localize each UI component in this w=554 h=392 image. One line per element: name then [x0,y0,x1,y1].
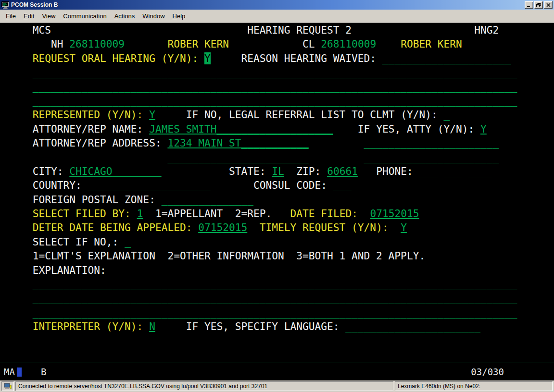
field-date-filed[interactable]: 07152015 [370,208,419,220]
field-phone-prefix[interactable]: ___ [444,165,462,177]
label-select-if-no-options: 1=CLMT'S EXPLANATION 2=OTHER INFORMATION… [33,250,425,262]
field-phone-area[interactable]: ___ [419,165,438,177]
field-atty[interactable]: Y [480,123,487,135]
nh-name: ROBER KERN [167,38,229,50]
field-zip[interactable]: 60661 [327,165,358,177]
window-title: PCOM Session B [11,1,525,8]
system-id: MCS [33,24,51,36]
terminal-row: 1=CLMT'S EXPLANATION 2=OTHER INFORMATION… [26,249,554,263]
label-interpreter: INTERPRETER (Y/N): [33,320,143,332]
field-phone-line[interactable]: ____ [468,165,493,177]
terminal-row: FOREIGN POSTAL ZONE: _______________ [26,193,554,207]
title-bar: PCOM Session B [0,0,554,10]
label-filed-by-option-2: 2=REP. [235,208,272,220]
field-select-if-no[interactable]: _ [125,236,131,248]
field-attorney-name[interactable]: JAMES SMITH___________________ [149,123,333,135]
menu-actions[interactable]: Actions [111,11,139,22]
oia-session-id: B [41,367,46,377]
field-reason-waived-line4[interactable]: ________________________________________… [33,95,517,107]
connection-status-cell [1,381,14,391]
terminal-row: SELECT IF NO,: _ [26,235,554,249]
field-oral-hearing[interactable]: Y [204,52,211,64]
terminal-row: MCS HEARING REQUEST 2 HNG2 [26,23,554,37]
pcom-window: PCOM Session B FileEditViewCommunication… [0,0,554,392]
field-explanation-line2[interactable]: ________________________________________… [33,278,517,290]
field-explanation[interactable]: ________________________________________… [113,264,517,276]
field-interpreter[interactable]: N [149,320,155,332]
label-zip: ZIP: [296,165,321,177]
terminal-row: ________________________________________… [26,94,554,108]
label-filed-by: SELECT FILED BY: [33,208,131,220]
terminal-row: NH 268110009 ROBER KERN CL 268110009 ROB… [26,37,554,51]
screen-title: HEARING REQUEST 2 [247,24,352,36]
terminal-emulator: MCS HEARING REQUEST 2 HNG2 NH 268110009 … [0,23,554,380]
field-reason-waived-line2[interactable]: ________________________________________… [33,66,517,78]
field-explanation-line4[interactable]: ________________________________________… [33,306,517,318]
menu-edit[interactable]: Edit [20,11,38,22]
operator-information-area: MA B 03/030 [0,363,554,380]
label-atty: IF YES, ATTY (Y/N): [358,123,474,135]
field-consul-code[interactable]: ___ [333,179,352,191]
terminal-row: ________________________________________… [26,277,554,291]
restore-button[interactable] [534,1,543,9]
field-foreign-postal-zone[interactable]: _______________ [162,194,253,206]
field-attorney-address-4[interactable]: ______________________ [364,151,499,163]
field-reason-waived-line3[interactable]: ________________________________________… [33,81,517,93]
terminal-row: ________________________________________… [26,306,554,319]
nh-ssn[interactable]: 268110009 [69,38,125,50]
label-language: IF YES, SPECIFY LANGUAGE: [186,320,340,332]
label-request-oral-hearing: REQUEST ORAL HEARING (Y/N): [33,52,198,64]
menu-view[interactable]: View [38,11,59,22]
minimize-button[interactable] [525,1,533,9]
field-city[interactable]: CHICAGO________ [69,165,161,177]
oia-lock-indicator [17,368,22,377]
menu-communication[interactable]: Communication [59,11,110,22]
oia-cursor-position: 03/030 [471,367,504,377]
terminal-row [26,348,554,362]
field-timely-request[interactable]: Y [401,221,407,233]
label-date-filed: DATE FILED: [290,208,358,220]
label-represented: REPRESENTED (Y/N): [33,109,143,121]
terminal-row: _______________________ ________________… [26,150,554,164]
close-button[interactable] [544,1,553,9]
field-attorney-address-1[interactable]: 1234 MAIN ST___________ [167,137,308,149]
label-attorney-name: ATTORNEY/REP NAME: [33,123,143,135]
label-deter-date: DETER DATE BEING APPEALED: [33,221,192,233]
label-phone: PHONE: [376,165,413,177]
label-city: CITY: [33,165,63,177]
label-attorney-address: ATTORNEY/REP ADDRESS: [33,137,162,149]
printer-status-text: Lexmark E460dn (MS) on Ne02: [395,381,553,391]
field-explanation-line3[interactable]: ________________________________________… [33,292,517,304]
terminal-row: INTERPRETER (Y/N): N IF YES, SPECIFY LAN… [26,319,554,333]
terminal-row: REQUEST ORAL HEARING (Y/N): Y REASON HEA… [26,51,554,65]
field-represented[interactable]: Y [149,109,155,121]
terminal-row: ATTORNEY/REP NAME: JAMES SMITH__________… [26,122,554,136]
screen-code: HNG2 [474,24,499,36]
terminal-row: COUNTRY: ____________________ CONSUL COD… [26,178,554,192]
oia-system-available: MA [4,367,15,377]
label-timely-request: TIMELY REQUEST (Y/N): [260,221,389,233]
menu-help[interactable]: Help [169,11,189,22]
label-foreign-postal-zone: FOREIGN POSTAL ZONE: [33,194,155,206]
field-legal-referral[interactable]: _ [443,109,450,121]
field-deter-date[interactable]: 07152015 [198,221,247,233]
field-reason-waived[interactable]: _____________________ [382,52,511,64]
field-attorney-address-3[interactable]: _______________________ [167,151,308,163]
terminal-row: REPRESENTED (Y/N): Y IF NO, LEGAL REFERR… [26,108,554,122]
field-state[interactable]: IL [272,165,284,177]
field-attorney-address-2[interactable]: ______________________ [364,137,499,149]
menu-file[interactable]: File [2,11,20,22]
cl-ssn: 268110009 [321,38,376,50]
menubar: FileEditViewCommunicationActionsWindowHe… [0,10,554,23]
terminal-row: ________________________________________… [26,80,554,94]
terminal-screen[interactable]: MCS HEARING REQUEST 2 HNG2 NH 268110009 … [0,23,554,362]
connection-status-text: Connected to remote server/host TN3270E.… [15,381,393,391]
label-cl: CL [302,38,315,50]
field-filed-by[interactable]: 1 [137,208,143,220]
field-language[interactable]: ______________________ [345,320,480,332]
label-filed-by-option-1: 1=APPELLANT [155,208,223,220]
menu-window[interactable]: Window [138,11,168,22]
field-country[interactable]: ____________________ [88,179,211,191]
app-icon[interactable] [1,1,9,9]
label-reason-waived: REASON HEARING WAIVED: [241,52,377,64]
